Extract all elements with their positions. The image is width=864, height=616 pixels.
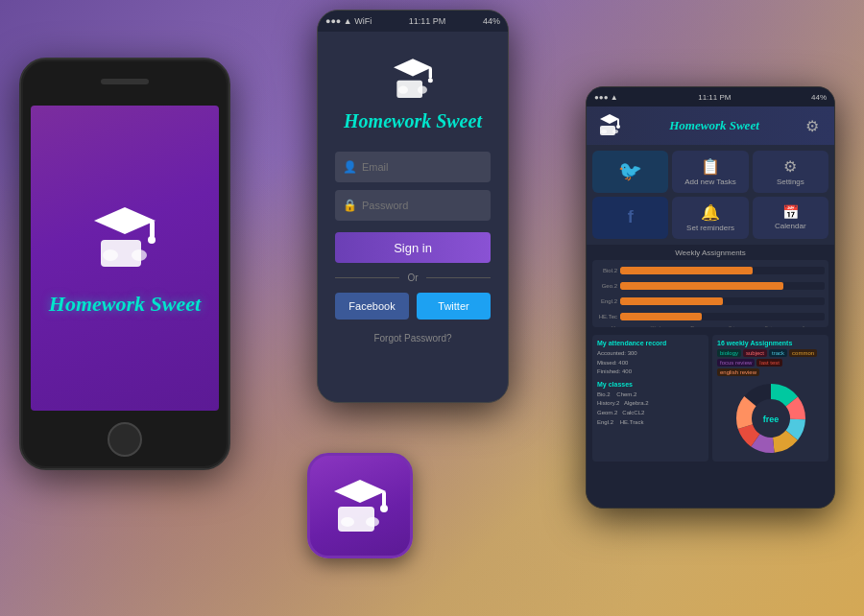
calendar-icon: 📅 xyxy=(782,204,799,220)
or-divider: Or xyxy=(335,272,491,283)
chart-bar-container-1 xyxy=(620,267,825,274)
twitter-button[interactable]: Twitter xyxy=(417,293,491,320)
app-icon-logo xyxy=(326,472,394,539)
chart-label-2: Geo.2 xyxy=(596,283,617,289)
attendance-finished: Finished: 400 xyxy=(597,367,704,377)
facebook-button[interactable]: f xyxy=(592,197,668,239)
svg-point-15 xyxy=(616,125,620,129)
chart-bar-1 xyxy=(620,267,753,274)
status-icons: ●●● ▲ WiFi xyxy=(325,16,372,26)
sign-in-button[interactable]: Sign in xyxy=(335,232,491,263)
phone-left: Homework Sweet xyxy=(19,58,230,470)
chart-x-labels: Mon Wed Thu Fri Sat Jun xyxy=(596,325,825,327)
tag-review: focus review xyxy=(717,359,755,367)
chart-label-4: HE.Tec xyxy=(596,314,617,320)
settings-label: Settings xyxy=(777,178,804,187)
weekly-assignments-card: 16 weekly Assignments biology subject tr… xyxy=(712,335,828,462)
app-icon[interactable] xyxy=(307,453,413,558)
or-text: Or xyxy=(407,272,418,283)
svg-rect-14 xyxy=(617,119,619,126)
status-time: 11:11 PM xyxy=(409,16,446,26)
tasks-label: Add new Tasks xyxy=(684,178,736,187)
attendance-card: My attendance record Accounted: 300 Miss… xyxy=(592,335,708,462)
svg-point-31 xyxy=(341,517,354,527)
phone-home-button-left[interactable] xyxy=(108,422,142,457)
class-1: Bio.2 Chem.2 xyxy=(597,391,704,400)
email-input-wrapper: 👤 xyxy=(335,152,491,182)
tag-subject: subject xyxy=(743,349,767,357)
x-label-jun: Jun xyxy=(802,325,809,327)
attendance-accounted: Accounted: 300 xyxy=(597,349,704,359)
dashboard-settings-icon: ⚙ xyxy=(805,116,825,135)
email-input[interactable] xyxy=(335,152,491,182)
bell-icon: 🔔 xyxy=(701,203,720,222)
chart-row-3: Engl.2 xyxy=(596,297,825,305)
chart-label-3: Engl.2 xyxy=(596,298,617,304)
phone-center: ●●● ▲ WiFi 11:11 PM 44% Homework Sweet 👤… xyxy=(317,10,509,403)
chart-area: Biol.2 Geo.2 Engl.2 xyxy=(592,260,828,327)
password-input[interactable] xyxy=(335,190,491,221)
svg-point-4 xyxy=(103,249,118,261)
x-label-wed: Wed xyxy=(651,325,660,327)
svg-point-32 xyxy=(366,517,379,527)
svg-marker-13 xyxy=(600,114,619,124)
chart-bar-3 xyxy=(620,297,723,305)
settings-button[interactable]: ⚙ Settings xyxy=(753,151,828,193)
tasks-icon: 📋 xyxy=(701,157,720,176)
chart-bar-container-3 xyxy=(620,297,825,305)
settings-icon: ⚙ xyxy=(783,157,797,176)
svg-point-16 xyxy=(601,130,607,133)
svg-marker-1 xyxy=(94,207,156,234)
class-4: Engl.2 HE.Track xyxy=(597,418,704,428)
phone-left-screen: Homework Sweet xyxy=(31,106,219,411)
calendar-button[interactable]: 📅 Calendar xyxy=(753,197,828,239)
svg-point-30 xyxy=(380,505,388,512)
svg-marker-28 xyxy=(334,480,386,503)
chart-title: Weekly Assignments xyxy=(592,249,828,257)
add-tasks-button[interactable]: 📋 Add new Tasks xyxy=(672,151,748,193)
tag-track: track xyxy=(769,349,787,357)
svg-rect-8 xyxy=(429,67,432,79)
tag-biology: biology xyxy=(717,349,741,357)
or-line-right xyxy=(426,277,491,278)
svg-marker-7 xyxy=(394,59,432,76)
bottom-stats: My attendance record Accounted: 300 Miss… xyxy=(587,331,834,465)
reminders-button[interactable]: 🔔 Set reminders xyxy=(672,197,748,239)
chart-row-1: Biol.2 xyxy=(596,267,825,274)
reminders-label: Set reminders xyxy=(686,224,734,233)
twitter-button[interactable]: 🐦 xyxy=(592,151,668,193)
forgot-password-link[interactable]: Forgot Password? xyxy=(373,333,451,344)
right-status-icons: ●●● ▲ xyxy=(594,93,618,102)
chart-row-2: Geo.2 xyxy=(596,282,825,290)
password-input-wrapper: 🔒 xyxy=(335,190,491,221)
phone-left-body: Homework Sweet xyxy=(19,58,230,470)
facebook-button[interactable]: Facebook xyxy=(335,293,409,320)
weekly-assignments-title: 16 weekly Assignments xyxy=(717,340,824,346)
chart-label-1: Biol.2 xyxy=(596,268,617,273)
svg-point-9 xyxy=(428,78,433,83)
tag-english: english review xyxy=(717,368,759,376)
x-label-thu: Thu xyxy=(690,325,699,327)
svg-text:⚙: ⚙ xyxy=(805,118,819,134)
dashboard-header: Homework Sweet ⚙ xyxy=(587,107,834,145)
chart-bars: Biol.2 Geo.2 Engl.2 xyxy=(596,264,825,323)
chart-section: Weekly Assignments Biol.2 Geo.2 Engl.2 xyxy=(587,245,834,331)
my-classes-title: My classes xyxy=(597,381,704,388)
svg-point-3 xyxy=(148,236,156,244)
svg-point-5 xyxy=(132,249,147,261)
class-2: History.2 Algebra.2 xyxy=(597,399,704,409)
login-title: Homework Sweet xyxy=(344,110,482,132)
status-battery: 44% xyxy=(483,16,500,26)
attendance-missed: Missed: 400 xyxy=(597,359,704,368)
donut-chart-section: free xyxy=(717,380,824,457)
svg-rect-2 xyxy=(150,221,155,238)
phone-right: ●●● ▲ 11:11 PM 44% Homework Sweet ⚙ 🐦 📋 xyxy=(586,86,835,509)
phone-speaker xyxy=(101,79,149,84)
email-icon: 👤 xyxy=(343,160,357,174)
svg-point-17 xyxy=(612,130,618,133)
right-status-time: 11:11 PM xyxy=(698,93,731,102)
chart-bar-2 xyxy=(620,282,783,290)
tag-last-test: last test xyxy=(756,359,782,367)
svg-point-10 xyxy=(398,86,408,94)
or-line-left xyxy=(335,277,399,278)
